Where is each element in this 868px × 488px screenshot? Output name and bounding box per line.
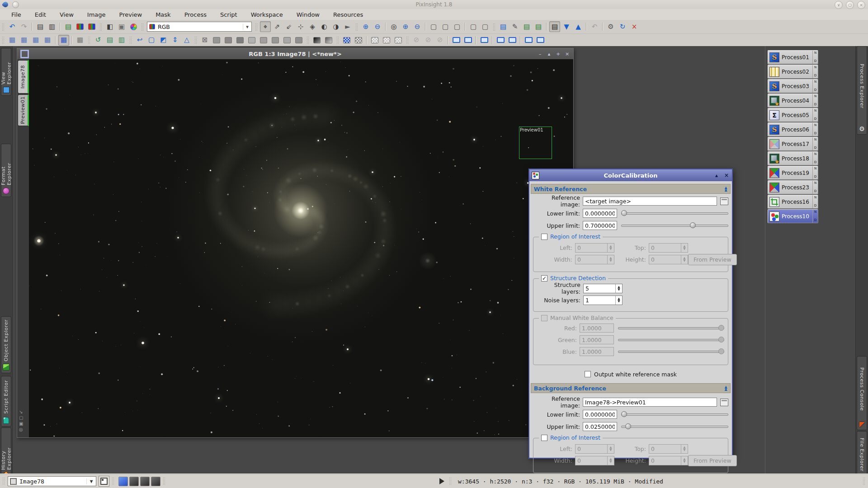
menu-script[interactable]: Script <box>213 10 244 19</box>
section-white-reference[interactable]: White Reference ▲▲ <box>531 184 731 194</box>
split-channels-icon[interactable]: ◧ <box>104 21 115 32</box>
view-list-button[interactable] <box>99 476 109 487</box>
actual-size-icon[interactable]: ▢ <box>480 21 491 32</box>
stf-toggle-icon[interactable]: ⊠ <box>199 35 210 46</box>
menu-process[interactable]: Process <box>178 10 213 19</box>
process-item-process10[interactable]: Process10ND <box>768 209 818 223</box>
close-icon[interactable]: × <box>564 51 571 57</box>
readout-swatch-1[interactable] <box>129 477 139 486</box>
image-view[interactable]: Preview01 <box>29 59 573 437</box>
readout-swatch-3[interactable] <box>151 477 160 486</box>
menu-view[interactable]: View <box>53 10 80 19</box>
process-item-process16[interactable]: Process16ND <box>768 195 818 209</box>
merge-process-icon[interactable]: ▤ <box>533 21 544 32</box>
manual-white-balance-checkbox[interactable] <box>541 315 547 321</box>
noise-layers-spinbox[interactable]: ▲▼ <box>583 296 623 305</box>
screen-lock-2-icon[interactable]: ⊘ <box>423 35 434 46</box>
white-upper-limit-slider[interactable] <box>621 222 728 229</box>
maximize-window-icon[interactable]: ○ <box>846 1 854 9</box>
white-lower-limit-slider[interactable] <box>621 210 728 216</box>
track-view-mode-icon[interactable]: ⌖ <box>260 21 271 32</box>
mask-edit-icon[interactable]: ▥ <box>116 35 127 46</box>
dock-tab-view-explorer[interactable]: View Explorer <box>1 48 11 96</box>
readout-shade-2-icon[interactable] <box>223 35 234 46</box>
slider-handle[interactable] <box>690 222 696 228</box>
roi-left-spinbox[interactable]: ▲▼ <box>575 243 614 253</box>
dialog-shade-icon[interactable]: ▴ <box>713 172 720 178</box>
zoom-out-tool-icon[interactable]: ⊖ <box>412 21 423 32</box>
mask-pattern-1-icon[interactable] <box>369 35 380 46</box>
menu-edit[interactable]: Edit <box>28 10 53 19</box>
readout-shade-8-icon[interactable] <box>293 35 304 46</box>
flip-tool-icon[interactable]: ◩ <box>158 35 169 46</box>
select-view-icon[interactable] <box>720 399 728 406</box>
structure-detection-checkbox[interactable]: ✓ <box>541 275 547 282</box>
dock-tab-process-explorer[interactable]: Process Explorer⚙ <box>857 46 867 135</box>
process-item-process17[interactable]: Process17ND <box>768 137 818 151</box>
shade-icon[interactable]: ▴ <box>546 51 552 57</box>
mask-new-icon[interactable]: ↺ <box>93 35 104 46</box>
fit-view-icon[interactable]: ▢ <box>440 21 451 32</box>
screen-lock-1-icon[interactable]: ⊘ <box>411 35 422 46</box>
dialog-close-icon[interactable]: × <box>723 172 730 178</box>
process-item-process23[interactable]: Process23ND <box>768 180 818 194</box>
background-roi-checkbox[interactable] <box>541 435 547 441</box>
active-view-selector[interactable]: Image78 ▼ <box>8 476 96 486</box>
add-process-icon[interactable]: ▤ <box>521 21 532 32</box>
readout-swatch-active[interactable] <box>118 477 128 486</box>
zoom-1-1-icon[interactable]: ◎ <box>388 21 399 32</box>
dock-indicator[interactable]: ND <box>812 210 818 223</box>
background-lower-limit-slider[interactable] <box>621 411 728 418</box>
menu-file[interactable]: File <box>5 10 28 19</box>
dock-indicator[interactable]: ND <box>812 137 818 150</box>
menu-workspace[interactable]: Workspace <box>244 10 290 19</box>
image-window[interactable]: RGB 1:3 Image78 | <*new*> – ▴ + × ↘ ▢ ▣ … <box>17 48 574 438</box>
readout-shade-3-icon[interactable] <box>235 35 245 46</box>
white-reference-image-input[interactable] <box>583 197 717 206</box>
roi-left-spinbox[interactable]: ▲▼ <box>575 444 614 454</box>
workspace-3-icon[interactable]: ▦ <box>30 35 41 46</box>
fit-selection-icon[interactable]: ▢ <box>452 21 462 32</box>
readout-swatch-2[interactable] <box>140 477 150 486</box>
reload-process-icon[interactable]: ↻ <box>617 21 628 32</box>
workspace-1-icon[interactable]: ▦ <box>7 35 18 46</box>
delete-process-icon[interactable]: × <box>629 21 640 32</box>
readout-mode-icon[interactable]: ◐ <box>319 21 330 32</box>
white-upper-limit-input[interactable] <box>583 221 617 230</box>
zoom-out-icon[interactable]: ⊖ <box>372 21 383 32</box>
background-upper-limit-input[interactable] <box>583 422 617 431</box>
white-roi-checkbox[interactable] <box>541 234 547 240</box>
mask-overlay-gray-icon[interactable] <box>353 35 364 46</box>
dock-indicator[interactable]: ND <box>812 181 818 194</box>
play-icon[interactable] <box>439 478 444 484</box>
scale-tool-icon[interactable]: ⇕ <box>170 35 180 46</box>
undo-tool-icon[interactable]: ↩ <box>134 35 145 46</box>
monitor-2-icon[interactable] <box>462 35 473 46</box>
slider-handle[interactable] <box>621 411 627 417</box>
collapse-section-icon[interactable]: ▲▲ <box>725 386 727 390</box>
green-input[interactable] <box>580 335 614 344</box>
menu-image[interactable]: Image <box>80 10 113 19</box>
background-lower-limit-input[interactable] <box>583 410 617 419</box>
tile-icon[interactable]: ▣ <box>19 422 23 426</box>
slider-handle[interactable] <box>621 210 627 216</box>
channel-selector-combo[interactable]: RGB▾ <box>147 22 252 32</box>
minimize-window-icon[interactable]: ∨ <box>835 1 843 9</box>
dock-indicator[interactable]: ND <box>812 108 818 122</box>
new-process-icon-icon[interactable]: ▤ <box>498 21 509 32</box>
image-window-titlebar[interactable]: RGB 1:3 Image78 | <*new*> – ▴ + × <box>17 48 573 59</box>
slider-handle[interactable] <box>718 348 724 354</box>
workspace-2-icon[interactable]: ▦ <box>19 35 29 46</box>
pan-mode-icon[interactable]: ◈ <box>307 21 318 32</box>
expand-mode-icon[interactable]: ⇗ <box>272 21 283 32</box>
dock-tab-file-explorer[interactable]: File Explorer <box>857 431 867 474</box>
menu-preview[interactable]: Preview <box>113 10 149 19</box>
process-item-process05[interactable]: Process05ND <box>768 108 818 122</box>
image-canvas[interactable] <box>29 59 572 436</box>
new-image-icon[interactable]: ▤ <box>35 21 46 32</box>
process-item-process18[interactable]: Process18ND <box>768 151 818 165</box>
collapse-section-icon[interactable]: ▲▲ <box>725 187 727 191</box>
browse-process-icon[interactable]: ▤ <box>549 21 560 32</box>
slider-handle[interactable] <box>718 337 724 343</box>
dock-tab-object-explorer[interactable]: Object Explorer <box>1 316 11 373</box>
